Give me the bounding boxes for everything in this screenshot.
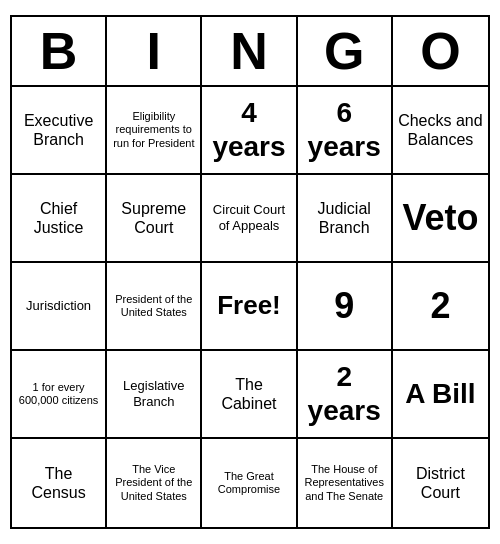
bingo-cell-9[interactable]: Veto xyxy=(393,175,488,263)
letter-b: B xyxy=(12,17,107,85)
bingo-cell-0[interactable]: Executive Branch xyxy=(12,87,107,175)
bingo-cell-1[interactable]: Eligibility requirements to run for Pres… xyxy=(107,87,202,175)
bingo-cell-24[interactable]: District Court xyxy=(393,439,488,527)
bingo-cell-4[interactable]: Checks and Balances xyxy=(393,87,488,175)
bingo-cell-3[interactable]: 6 years xyxy=(298,87,393,175)
bingo-cell-14[interactable]: 2 xyxy=(393,263,488,351)
letter-o: O xyxy=(393,17,488,85)
bingo-cell-19[interactable]: A Bill xyxy=(393,351,488,439)
bingo-cell-10[interactable]: Jurisdiction xyxy=(12,263,107,351)
bingo-cell-18[interactable]: 2 years xyxy=(298,351,393,439)
bingo-cell-17[interactable]: The Cabinet xyxy=(202,351,297,439)
bingo-cell-7[interactable]: Circuit Court of Appeals xyxy=(202,175,297,263)
bingo-header: B I N G O xyxy=(12,17,488,87)
letter-g: G xyxy=(298,17,393,85)
bingo-cell-11[interactable]: President of the United States xyxy=(107,263,202,351)
letter-n: N xyxy=(202,17,297,85)
bingo-cell-13[interactable]: 9 xyxy=(298,263,393,351)
bingo-cell-8[interactable]: Judicial Branch xyxy=(298,175,393,263)
bingo-cell-21[interactable]: The Vice President of the United States xyxy=(107,439,202,527)
bingo-cell-12[interactable]: Free! xyxy=(202,263,297,351)
bingo-card: B I N G O Executive BranchEligibility re… xyxy=(10,15,490,529)
bingo-grid: Executive BranchEligibility requirements… xyxy=(12,87,488,527)
bingo-cell-2[interactable]: 4 years xyxy=(202,87,297,175)
bingo-cell-15[interactable]: 1 for every 600,000 citizens xyxy=(12,351,107,439)
bingo-cell-6[interactable]: Supreme Court xyxy=(107,175,202,263)
bingo-cell-5[interactable]: Chief Justice xyxy=(12,175,107,263)
letter-i: I xyxy=(107,17,202,85)
bingo-cell-23[interactable]: The House of Representatives and The Sen… xyxy=(298,439,393,527)
bingo-cell-22[interactable]: The Great Compromise xyxy=(202,439,297,527)
bingo-cell-16[interactable]: Legislative Branch xyxy=(107,351,202,439)
bingo-cell-20[interactable]: The Census xyxy=(12,439,107,527)
